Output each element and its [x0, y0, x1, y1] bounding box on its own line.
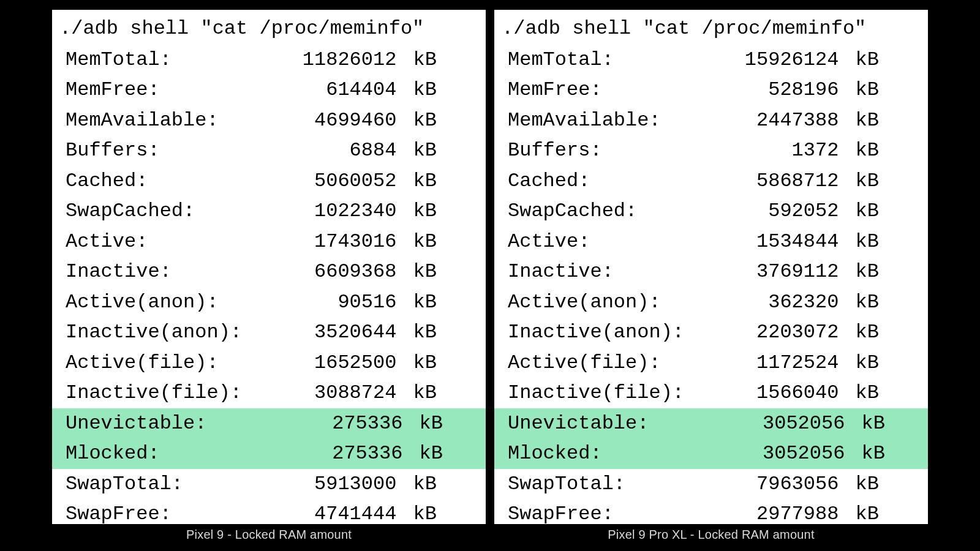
- meminfo-row: Active(file):1652500 kB: [58, 348, 480, 378]
- meminfo-value: 1172524: [661, 348, 844, 378]
- meminfo-value: 3520644: [242, 317, 401, 348]
- meminfo-list-right: MemTotal:15926124 kBMemFree:528196 kBMem…: [500, 45, 922, 524]
- meminfo-label: Mlocked:: [508, 438, 602, 469]
- meminfo-value: 1743016: [148, 227, 401, 257]
- meminfo-row: SwapFree:4741444 kB: [58, 499, 480, 524]
- meminfo-label: Active(anon):: [508, 287, 661, 318]
- meminfo-unit: kB: [407, 438, 473, 469]
- meminfo-label: Active(anon):: [66, 287, 219, 318]
- meminfo-unit: kB: [843, 287, 916, 318]
- meminfo-row: Buffers:6884 kB: [58, 135, 480, 166]
- meminfo-row: Inactive(file):3088724 kB: [58, 378, 480, 408]
- meminfo-value: 362320: [661, 287, 844, 318]
- meminfo-unit: kB: [401, 135, 473, 166]
- meminfo-label: Cached:: [66, 166, 148, 197]
- meminfo-row: Inactive:6609368 kB: [58, 257, 480, 287]
- meminfo-value: 2447388: [661, 105, 844, 136]
- meminfo-unit: kB: [401, 166, 473, 197]
- meminfo-label: Mlocked:: [66, 438, 160, 469]
- meminfo-row: SwapCached:1022340 kB: [58, 196, 480, 227]
- meminfo-unit: kB: [407, 408, 473, 439]
- meminfo-value: 614404: [160, 75, 402, 105]
- meminfo-label: MemTotal:: [508, 45, 614, 75]
- meminfo-unit: kB: [843, 75, 916, 105]
- meminfo-unit: kB: [843, 348, 916, 378]
- meminfo-unit: kB: [401, 257, 473, 287]
- meminfo-unit: kB: [843, 135, 916, 166]
- meminfo-unit: kB: [843, 196, 916, 227]
- meminfo-row: SwapTotal:7963056 kB: [500, 469, 922, 500]
- meminfo-value: 1652500: [219, 348, 402, 378]
- meminfo-value: 3769112: [614, 257, 844, 287]
- meminfo-row: Unevictable:275336 kB: [52, 408, 486, 439]
- meminfo-value: 15926124: [614, 45, 844, 75]
- meminfo-value: 275336: [160, 438, 408, 469]
- meminfo-unit: kB: [843, 378, 916, 408]
- meminfo-row: Unevictable:3052056 kB: [494, 408, 928, 439]
- meminfo-label: Inactive(anon):: [508, 317, 684, 348]
- panel-left: ./adb shell "cat /proc/meminfo" MemTotal…: [52, 10, 486, 524]
- meminfo-label: Buffers:: [66, 135, 160, 166]
- meminfo-unit: kB: [843, 317, 916, 348]
- captions-container: Pixel 9 - Locked RAM amount Pixel 9 Pro …: [52, 528, 928, 542]
- panels-container: ./adb shell "cat /proc/meminfo" MemTotal…: [52, 10, 928, 524]
- meminfo-label: MemFree:: [66, 75, 160, 105]
- meminfo-value: 275336: [206, 408, 407, 439]
- meminfo-label: SwapTotal:: [508, 469, 625, 500]
- meminfo-unit: kB: [843, 45, 916, 75]
- meminfo-unit: kB: [843, 469, 916, 500]
- meminfo-unit: kB: [401, 75, 473, 105]
- meminfo-row: SwapCached:592052 kB: [500, 196, 922, 227]
- meminfo-label: SwapFree:: [66, 499, 172, 524]
- meminfo-unit: kB: [843, 166, 916, 197]
- meminfo-value: 3052056: [649, 408, 850, 439]
- meminfo-label: Buffers:: [508, 135, 602, 166]
- meminfo-unit: kB: [401, 378, 473, 408]
- meminfo-unit: kB: [401, 196, 473, 227]
- meminfo-unit: kB: [843, 227, 916, 257]
- meminfo-row: MemAvailable:2447388 kB: [500, 105, 922, 136]
- meminfo-row: SwapTotal:5913000 kB: [58, 469, 480, 500]
- meminfo-label: Inactive(file):: [66, 378, 242, 408]
- meminfo-unit: kB: [401, 469, 473, 500]
- stage: ./adb shell "cat /proc/meminfo" MemTotal…: [0, 0, 980, 551]
- meminfo-row: Active:1743016 kB: [58, 227, 480, 257]
- meminfo-label: SwapCached:: [66, 196, 195, 227]
- meminfo-label: Inactive:: [508, 257, 614, 287]
- meminfo-label: Inactive(file):: [508, 378, 684, 408]
- meminfo-value: 4699460: [219, 105, 402, 136]
- meminfo-row: SwapFree:2977988 kB: [500, 499, 922, 524]
- meminfo-value: 2977988: [614, 499, 844, 524]
- meminfo-value: 5060052: [148, 166, 401, 197]
- meminfo-label: Active:: [508, 227, 590, 257]
- meminfo-row: Active:1534844 kB: [500, 227, 922, 257]
- meminfo-row: Mlocked:275336 kB: [52, 438, 486, 469]
- meminfo-label: Active:: [66, 227, 148, 257]
- meminfo-value: 1372: [602, 135, 844, 166]
- meminfo-label: MemAvailable:: [508, 105, 661, 136]
- command-line-left: ./adb shell "cat /proc/meminfo": [59, 17, 480, 40]
- meminfo-label: SwapCached:: [508, 196, 637, 227]
- meminfo-unit: kB: [850, 408, 916, 439]
- meminfo-label: Cached:: [508, 166, 590, 197]
- meminfo-value: 5868712: [590, 166, 843, 197]
- meminfo-label: SwapFree:: [508, 499, 614, 524]
- meminfo-label: MemFree:: [508, 75, 602, 105]
- meminfo-row: Cached:5060052 kB: [58, 166, 480, 197]
- meminfo-label: Active(file):: [66, 348, 219, 378]
- meminfo-row: Inactive(file):1566040 kB: [500, 378, 922, 408]
- meminfo-list-left: MemTotal:11826012 kBMemFree:614404 kBMem…: [58, 45, 480, 524]
- meminfo-label: Inactive:: [66, 257, 172, 287]
- meminfo-row: Inactive(anon):3520644 kB: [58, 317, 480, 348]
- meminfo-value: 11826012: [172, 45, 402, 75]
- meminfo-label: Unevictable:: [66, 408, 206, 439]
- meminfo-row: MemAvailable:4699460 kB: [58, 105, 480, 136]
- meminfo-value: 6884: [160, 135, 402, 166]
- meminfo-value: 1022340: [195, 196, 401, 227]
- meminfo-unit: kB: [401, 317, 473, 348]
- meminfo-label: MemAvailable:: [66, 105, 219, 136]
- meminfo-unit: kB: [843, 105, 916, 136]
- meminfo-value: 592052: [637, 196, 843, 227]
- meminfo-label: Unevictable:: [508, 408, 649, 439]
- caption-left: Pixel 9 - Locked RAM amount: [52, 528, 486, 542]
